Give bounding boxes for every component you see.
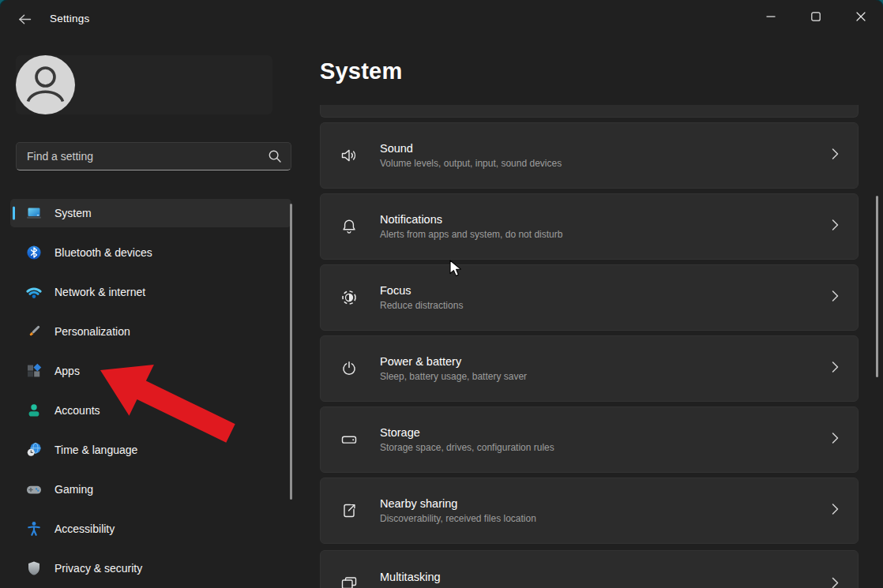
sound-icon	[340, 146, 359, 165]
card-nearby-sharing[interactable]: Nearby sharing Discoverability, received…	[320, 478, 859, 544]
chevron-right-icon	[832, 577, 839, 588]
card-text: Nearby sharing Discoverability, received…	[380, 496, 536, 526]
search-input[interactable]	[17, 143, 291, 170]
card-title: Storage	[380, 425, 554, 441]
apps-icon	[26, 363, 42, 379]
search-icon	[268, 149, 282, 167]
system-icon	[26, 205, 42, 221]
card-text: Storage Storage space, drives, configura…	[380, 425, 554, 455]
sidebar-item-label: Gaming	[54, 483, 93, 496]
accounts-icon	[26, 403, 42, 418]
app-title: Settings	[50, 13, 89, 24]
titlebar: Settings	[0, 0, 883, 36]
card-subtitle: Alerts from apps and system, do not dist…	[380, 228, 562, 242]
sidebar-item-label: Personalization	[54, 325, 130, 338]
card-text: Notifications Alerts from apps and syste…	[380, 212, 562, 242]
card-text: Multitasking	[380, 569, 441, 586]
sidebar-item-label: Apps	[54, 365, 80, 377]
chevron-right-icon	[832, 148, 839, 163]
chevron-right-icon	[832, 290, 839, 305]
network-icon	[26, 284, 42, 300]
card-title: Focus	[380, 283, 463, 299]
card-subtitle: Reduce distractions	[380, 299, 463, 313]
focus-icon	[340, 288, 359, 307]
card-notifications[interactable]: Notifications Alerts from apps and syste…	[320, 193, 859, 260]
card-title: Multitasking	[380, 569, 441, 586]
time-language-icon	[26, 442, 42, 458]
sidebar-item-gaming[interactable]: Gaming	[10, 475, 291, 504]
sidebar-item-system[interactable]: System	[10, 199, 291, 227]
sidebar-item-privacy[interactable]: Privacy & security	[10, 554, 291, 582]
personalization-icon	[26, 324, 42, 339]
card-text: Power & battery Sleep, battery usage, ba…	[380, 354, 527, 384]
card-storage[interactable]: Storage Storage space, drives, configura…	[320, 406, 859, 473]
multitasking-icon	[340, 575, 359, 588]
chevron-right-icon	[832, 361, 839, 376]
accessibility-icon	[26, 521, 42, 537]
sidebar-item-label: Network & internet	[54, 286, 145, 298]
card-title: Nearby sharing	[380, 496, 536, 512]
sidebar-item-label: Bluetooth & devices	[54, 246, 152, 259]
privacy-icon	[26, 560, 42, 576]
sidebar-item-personalization[interactable]: Personalization	[10, 317, 291, 346]
notifications-icon	[340, 217, 359, 236]
card-text: Sound Volume levels, output, input, soun…	[380, 140, 562, 170]
card-power-battery[interactable]: Power & battery Sleep, battery usage, ba…	[320, 335, 859, 402]
sidebar-item-time-language[interactable]: Time & language	[10, 436, 291, 464]
settings-window: Settings	[0, 0, 883, 588]
gaming-icon	[26, 481, 42, 497]
card-subtitle: Volume levels, output, input, sound devi…	[380, 157, 562, 170]
back-icon	[18, 13, 32, 28]
sidebar-item-label: Time & language	[54, 444, 137, 456]
user-avatar-icon	[16, 54, 75, 116]
power-icon	[340, 359, 359, 378]
card-subtitle: Storage space, drives, configuration rul…	[380, 441, 554, 455]
sidebar-item-accessibility[interactable]: Accessibility	[10, 515, 291, 543]
chevron-right-icon	[832, 433, 839, 448]
sidebar-item-label: Accessibility	[54, 522, 115, 535]
card-title: Notifications	[380, 212, 562, 228]
sidebar-scrollbar[interactable]	[290, 204, 292, 500]
window-controls	[748, 0, 883, 35]
storage-icon	[340, 430, 359, 449]
card-focus[interactable]: Focus Reduce distractions	[320, 264, 859, 331]
card-multitasking[interactable]: Multitasking	[320, 550, 859, 588]
chevron-right-icon	[832, 504, 839, 519]
sidebar-item-network[interactable]: Network & internet	[10, 278, 291, 306]
sidebar-item-accounts[interactable]: Accounts	[10, 396, 291, 425]
bluetooth-icon	[26, 245, 42, 260]
clipped-card[interactable]	[320, 105, 859, 118]
sidebar-item-label: Privacy & security	[54, 562, 142, 575]
card-sound[interactable]: Sound Volume levels, output, input, soun…	[320, 122, 859, 189]
maximize-icon	[811, 10, 821, 24]
close-icon	[856, 10, 866, 24]
card-text: Focus Reduce distractions	[380, 283, 463, 313]
card-title: Power & battery	[380, 354, 527, 370]
card-subtitle: Discoverability, received files location	[380, 512, 536, 526]
search-box	[16, 142, 291, 170]
user-avatar[interactable]	[16, 55, 75, 114]
main-scrollbar[interactable]	[876, 196, 878, 377]
minimize-button[interactable]	[748, 0, 793, 35]
maximize-button[interactable]	[793, 0, 838, 35]
selected-accent-bar	[13, 207, 15, 220]
nearby-sharing-icon	[340, 501, 359, 520]
card-subtitle: Sleep, battery usage, battery saver	[380, 370, 527, 384]
minimize-icon	[766, 10, 776, 24]
card-title: Sound	[380, 140, 562, 157]
page-title: System	[320, 58, 402, 84]
sidebar-item-label: Accounts	[54, 404, 100, 417]
sidebar-item-bluetooth[interactable]: Bluetooth & devices	[10, 238, 291, 267]
close-button[interactable]	[838, 0, 883, 35]
back-button[interactable]	[11, 10, 38, 31]
sidebar-item-apps[interactable]: Apps	[10, 357, 291, 385]
chevron-right-icon	[832, 219, 839, 234]
sidebar-item-label: System	[54, 207, 92, 219]
